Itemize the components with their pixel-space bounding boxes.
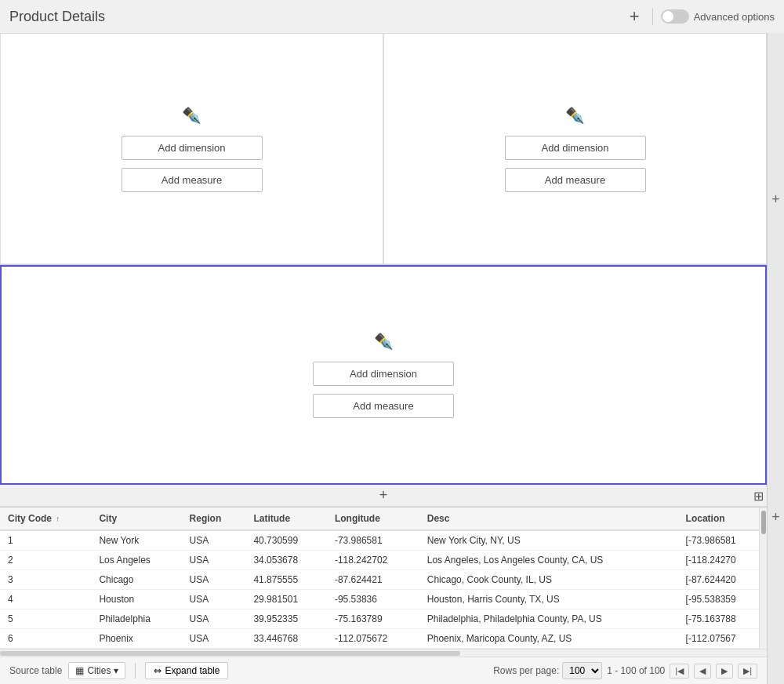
grid-icon-button[interactable]: ⊞ [753, 488, 764, 503]
add-panel-button[interactable]: + [625, 6, 644, 27]
source-table-label: Source table [9, 665, 62, 676]
cell-region: USA [182, 530, 246, 551]
add-row-toolbar: + ⊞ [0, 485, 767, 507]
table-scrollbar-v[interactable] [759, 508, 767, 649]
panel-2-add-dimension-button[interactable]: Add dimension [505, 136, 646, 160]
cell-desc: Chicago, Cook County, IL, US [419, 570, 678, 590]
pagination: Rows per page: 100 50 25 1 - 100 of 100 … [493, 662, 757, 679]
table-icon: ▦ [75, 665, 84, 676]
header-right: + Advanced options [625, 6, 775, 27]
cell-city: Phoenix [91, 629, 181, 649]
panel-1-add-dimension-button[interactable]: Add dimension [122, 136, 263, 160]
panel-1-icon: ✒️ [182, 106, 201, 125]
table-select-dropdown[interactable]: ▦ Cities ▾ [68, 662, 125, 679]
table-header-row: City Code ↑ City Region Latitude Longitu… [0, 508, 767, 530]
cell-longitude: -75.163789 [327, 609, 419, 629]
col-desc: Desc [419, 508, 678, 530]
expand-icon: ⇔ [154, 665, 162, 676]
canvas-area: ✒️ Add dimension Add measure ✒️ Add dime… [0, 33, 767, 684]
col-location: Location [678, 508, 767, 530]
add-row-button[interactable]: + [379, 487, 388, 504]
table-name: Cities [87, 665, 111, 676]
table-row: 1 New York USA 40.730599 -73.986581 New … [0, 530, 767, 551]
cell-city-code: 1 [0, 530, 91, 551]
table-row: 2 Los Angeles USA 34.053678 -118.242702 … [0, 551, 767, 570]
sidebar-add-bottom-button[interactable]: + [768, 506, 783, 529]
source-table-section: Source table ▦ Cities ▾ ⇔ Expand table [9, 662, 228, 679]
table-row: 5 Philadelphia USA 39.952335 -75.163789 … [0, 609, 767, 629]
expand-table-button[interactable]: ⇔ Expand table [145, 662, 228, 679]
cell-location: [-87.624420 [678, 570, 767, 590]
panel-2-add-measure-button[interactable]: Add measure [505, 168, 646, 192]
first-page-button[interactable]: |◀ [670, 664, 689, 679]
panel-2-icon: ✒️ [565, 106, 585, 125]
cell-city: Philadelphia [91, 609, 181, 629]
advanced-options-toggle[interactable] [661, 9, 689, 24]
col-region: Region [182, 508, 246, 530]
last-page-button[interactable]: ▶| [738, 664, 757, 679]
panel-3: ✒️ Add dimension Add measure [0, 265, 767, 485]
next-page-button[interactable]: ▶ [716, 664, 733, 679]
table-scrollbar-h[interactable] [0, 649, 767, 657]
cell-city-code: 4 [0, 590, 91, 609]
cell-longitude: -112.075672 [327, 629, 419, 649]
table-row: 6 Phoenix USA 33.446768 -112.075672 Phoe… [0, 629, 767, 649]
table-row: 4 Houston USA 29.981501 -95.53836 Housto… [0, 590, 767, 609]
rows-per-page-label: Rows per page: [493, 665, 559, 676]
col-city: City [91, 508, 181, 530]
scrollbar-h-thumb [0, 651, 460, 656]
cell-location: [-73.986581 [678, 530, 767, 551]
main-content: ✒️ Add dimension Add measure ✒️ Add dime… [0, 33, 784, 684]
table-section: City Code ↑ City Region Latitude Longitu… [0, 507, 767, 657]
cell-city-code: 6 [0, 629, 91, 649]
rows-per-page-select[interactable]: 100 50 25 [562, 662, 602, 679]
toggle-knob [662, 11, 673, 22]
page-wrapper: Product Details + Advanced options ✒️ Ad… [0, 0, 784, 684]
cell-city: Los Angeles [91, 551, 181, 570]
advanced-options-label: Advanced options [694, 11, 775, 23]
cell-region: USA [182, 570, 246, 590]
cell-desc: Phoenix, Maricopa County, AZ, US [419, 629, 678, 649]
col-latitude: Latitude [245, 508, 326, 530]
cell-city-code: 2 [0, 551, 91, 570]
advanced-options-toggle-wrapper: Advanced options [661, 9, 775, 24]
table-row: 3 Chicago USA 41.875555 -87.624421 Chica… [0, 570, 767, 590]
cell-desc: Los Angeles, Los Angeles County, CA, US [419, 551, 678, 570]
sort-icon: ↑ [56, 515, 60, 523]
cell-region: USA [182, 609, 246, 629]
bottom-panel-wrapper: ⊕ ✒️ Add dimension Add measure [0, 265, 767, 485]
cell-location: [-95.538359 [678, 590, 767, 609]
footer-divider [135, 663, 136, 679]
cell-city: New York [91, 530, 181, 551]
panel-1-add-measure-button[interactable]: Add measure [122, 168, 263, 192]
cell-location: [-112.07567 [678, 629, 767, 649]
panel-2: ✒️ Add dimension Add measure [383, 33, 767, 264]
table-container: City Code ↑ City Region Latitude Longitu… [0, 508, 767, 649]
cell-region: USA [182, 629, 246, 649]
page-title: Product Details [9, 9, 105, 25]
panel-3-icon: ✒️ [374, 332, 394, 351]
cell-latitude: 29.981501 [245, 590, 326, 609]
sidebar-add-top-button[interactable]: + [768, 188, 783, 211]
panel-3-add-measure-button[interactable]: Add measure [313, 394, 454, 418]
cell-desc: Philadelphia, Philadelphia County, PA, U… [419, 609, 678, 629]
cell-city-code: 3 [0, 570, 91, 590]
page-info: 1 - 100 of 100 [607, 665, 665, 676]
cell-location: [-75.163788 [678, 609, 767, 629]
cell-city: Houston [91, 590, 181, 609]
top-panels: ✒️ Add dimension Add measure ✒️ Add dime… [0, 33, 767, 265]
cell-desc: New York City, NY, US [419, 530, 678, 551]
cell-longitude: -87.624421 [327, 570, 419, 590]
table-select-chevron: ▾ [114, 665, 118, 676]
scrollbar-v-thumb [761, 511, 766, 534]
col-longitude: Longitude [327, 508, 419, 530]
cell-latitude: 33.446768 [245, 629, 326, 649]
cell-latitude: 41.875555 [245, 570, 326, 590]
col-city-code: City Code ↑ [0, 508, 91, 530]
prev-page-button[interactable]: ◀ [694, 664, 711, 679]
cell-location: [-118.24270 [678, 551, 767, 570]
panel-3-add-dimension-button[interactable]: Add dimension [313, 362, 454, 386]
cell-city: Chicago [91, 570, 181, 590]
cell-latitude: 40.730599 [245, 530, 326, 551]
data-table: City Code ↑ City Region Latitude Longitu… [0, 508, 767, 649]
